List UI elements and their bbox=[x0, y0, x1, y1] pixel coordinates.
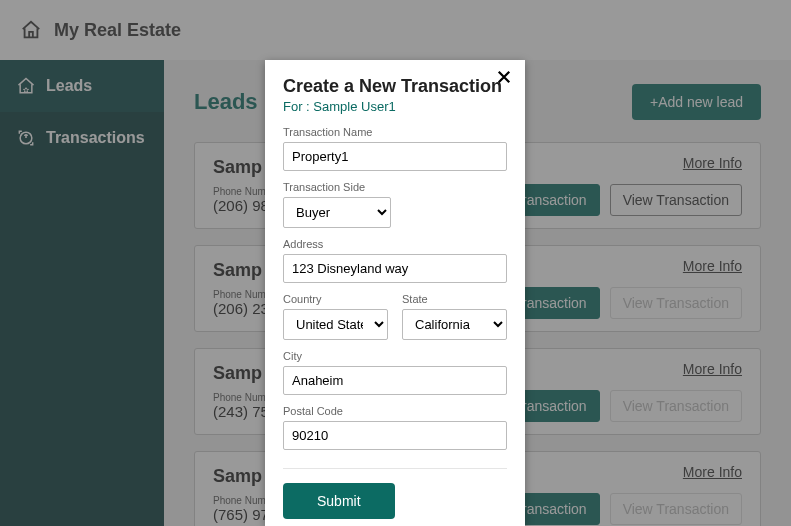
label-city: City bbox=[283, 350, 507, 362]
city-input[interactable] bbox=[283, 366, 507, 395]
postal-code-input[interactable] bbox=[283, 421, 507, 450]
label-country: Country bbox=[283, 293, 388, 305]
create-transaction-modal: Create a New Transaction For : Sample Us… bbox=[265, 60, 525, 526]
modal-divider bbox=[283, 468, 507, 469]
submit-button[interactable]: Submit bbox=[283, 483, 395, 519]
state-select[interactable]: California bbox=[402, 309, 507, 340]
modal-title: Create a New Transaction bbox=[283, 76, 507, 97]
label-address: Address bbox=[283, 238, 507, 250]
label-postal-code: Postal Code bbox=[283, 405, 507, 417]
close-icon[interactable] bbox=[495, 68, 513, 86]
country-select[interactable]: United States bbox=[283, 309, 388, 340]
transaction-name-input[interactable] bbox=[283, 142, 507, 171]
address-input[interactable] bbox=[283, 254, 507, 283]
label-transaction-name: Transaction Name bbox=[283, 126, 507, 138]
modal-subtitle: For : Sample User1 bbox=[283, 99, 507, 114]
label-transaction-side: Transaction Side bbox=[283, 181, 507, 193]
label-state: State bbox=[402, 293, 507, 305]
transaction-side-select[interactable]: Buyer bbox=[283, 197, 391, 228]
